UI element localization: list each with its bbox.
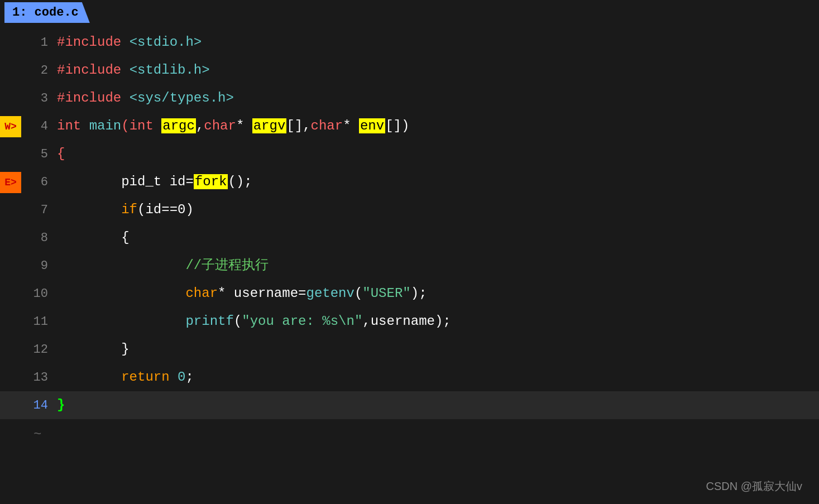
token: return xyxy=(57,369,170,385)
editor-container: 1: code.c 1#include <stdio.h>2#include <… xyxy=(0,0,819,504)
code-line-13: 13 return 0; xyxy=(0,363,819,391)
line-number-4: 4 xyxy=(23,119,57,133)
token: main xyxy=(89,118,122,133)
token: getenv xyxy=(306,286,354,301)
token: printf xyxy=(57,314,234,329)
line-content-6: pid_t id=fork(); xyxy=(57,168,819,196)
token: argc xyxy=(161,118,196,133)
token: "USER" xyxy=(362,286,410,301)
token: (); xyxy=(228,174,252,189)
token: //子进程执行 xyxy=(57,258,269,273)
code-line-14: 14} xyxy=(0,391,819,419)
line-content-9: //子进程执行 xyxy=(57,252,819,280)
line-number-5: 5 xyxy=(23,147,57,161)
line-content-1: #include <stdio.h> xyxy=(57,28,819,56)
line-content-12: } xyxy=(57,335,819,363)
line-number-3: 3 xyxy=(23,92,57,105)
line-number-2: 2 xyxy=(23,64,57,78)
token: [] xyxy=(286,118,303,133)
token: { xyxy=(57,146,65,161)
line-number-9: 9 xyxy=(23,259,57,273)
tab-label: 1: code.c xyxy=(12,6,79,20)
token xyxy=(121,35,129,50)
line-number-14: 14 xyxy=(23,399,57,412)
token: int xyxy=(57,118,81,133)
token: , xyxy=(303,118,310,133)
token: <sys/types.h> xyxy=(130,90,234,105)
token: , xyxy=(196,118,204,133)
token: #include xyxy=(57,35,121,50)
line-number-12: 12 xyxy=(23,343,57,357)
token: argv xyxy=(252,118,287,133)
line-content-4: int main(int argc,char* argv[],char* env… xyxy=(57,112,819,140)
token xyxy=(154,118,161,133)
token: } xyxy=(57,397,65,412)
token: ; xyxy=(185,369,193,385)
token: } xyxy=(57,342,130,357)
code-line-12: 12 } xyxy=(0,335,819,363)
line-content-14: } xyxy=(57,391,819,419)
code-line-9: 9 //子进程执行 xyxy=(0,252,819,280)
code-line-6: E>6 pid_t id=fork(); xyxy=(0,168,819,196)
line-content-13: return 0; xyxy=(57,363,819,391)
token: fork xyxy=(194,174,228,189)
watermark: CSDN @孤寂大仙v xyxy=(706,479,802,494)
line-number-1: 1 xyxy=(23,36,57,50)
code-line-1: 1#include <stdio.h> xyxy=(0,28,819,56)
token xyxy=(121,90,129,105)
token: ( xyxy=(355,286,362,301)
line-number-11: 11 xyxy=(23,315,57,329)
token xyxy=(81,118,89,133)
code-line-3: 3#include <sys/types.h> xyxy=(0,84,819,112)
code-line-4: W>4int main(int argc,char* argv[],char* … xyxy=(0,112,819,140)
token: "you are: %s\n" xyxy=(242,314,362,329)
token: <stdlib.h> xyxy=(130,63,210,78)
token: int xyxy=(130,118,154,133)
tab-bar: 1: code.c xyxy=(0,0,819,23)
code-line-2: 2#include <stdlib.h> xyxy=(0,56,819,84)
line-content-10: char* username=getenv("USER"); xyxy=(57,280,819,308)
token: #include xyxy=(57,90,121,105)
code-line-10: 10 char* username=getenv("USER"); xyxy=(0,280,819,308)
file-tab[interactable]: 1: code.c xyxy=(4,2,90,23)
line-content-5: { xyxy=(57,140,819,168)
token: * xyxy=(343,118,359,133)
token: (id==0) xyxy=(137,202,194,217)
line-content-7: if(id==0) xyxy=(57,196,819,224)
line-number-13: 13 xyxy=(23,371,57,385)
gutter-error: E> xyxy=(0,172,21,193)
token: char xyxy=(204,118,236,133)
token: if xyxy=(57,202,137,217)
line-content-8: { xyxy=(57,224,819,252)
gutter-warning: W> xyxy=(0,116,21,137)
token: ( xyxy=(234,314,242,329)
code-line-5: 5{ xyxy=(0,140,819,168)
token: ); xyxy=(411,286,427,301)
token: []) xyxy=(385,118,409,133)
token: char xyxy=(311,118,343,133)
code-area: 1#include <stdio.h>2#include <stdlib.h>3… xyxy=(0,23,819,425)
token: <stdio.h> xyxy=(130,35,202,50)
token: char xyxy=(57,286,218,301)
token xyxy=(121,63,129,78)
token: env xyxy=(359,118,385,133)
token: #include xyxy=(57,63,121,78)
token: * xyxy=(236,118,252,133)
line-number-10: 10 xyxy=(23,287,57,301)
line-content-11: printf("you are: %s\n",username); xyxy=(57,308,819,335)
code-line-8: 8 { xyxy=(0,224,819,252)
token: 0 xyxy=(178,369,185,385)
code-line-11: 11 printf("you are: %s\n",username); xyxy=(0,308,819,335)
line-number-6: 6 xyxy=(23,175,57,189)
line-content-3: #include <sys/types.h> xyxy=(57,84,819,112)
token xyxy=(170,369,178,385)
line-number-8: 8 xyxy=(23,231,57,245)
code-line-7: 7 if(id==0) xyxy=(0,196,819,224)
token: * username= xyxy=(218,286,306,301)
line-content-2: #include <stdlib.h> xyxy=(57,56,819,84)
line-number-7: 7 xyxy=(23,203,57,217)
token: ( xyxy=(121,118,129,133)
tilde-area: ~ xyxy=(0,427,819,442)
token: ,username); xyxy=(362,314,451,329)
token: pid_t id= xyxy=(57,174,194,189)
